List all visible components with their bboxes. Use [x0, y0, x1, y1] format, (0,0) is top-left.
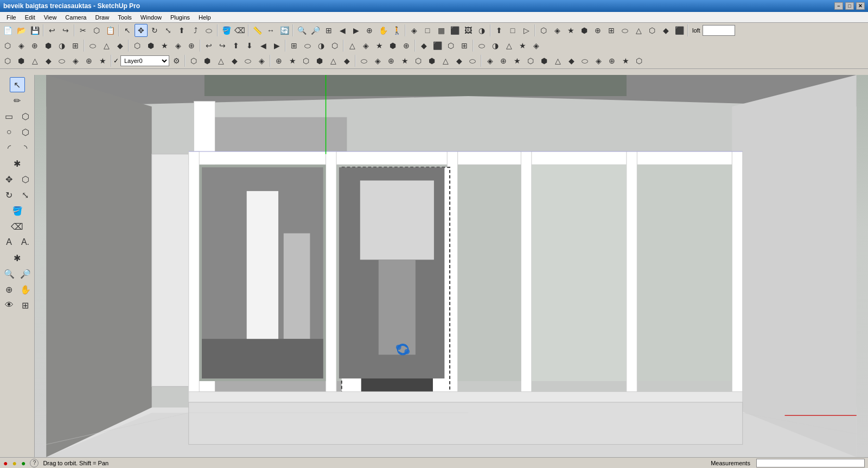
dimensions[interactable]: ↔	[264, 24, 277, 37]
new-button[interactable]: 📄	[1, 24, 14, 37]
loft-input[interactable]	[703, 25, 735, 36]
tool-h[interactable]: △	[632, 24, 645, 37]
tape-measure[interactable]: 📏	[251, 24, 264, 37]
extra2-a[interactable]: ◈	[483, 54, 496, 67]
menu-edit[interactable]: Edit	[21, 13, 40, 22]
menu-view[interactable]: View	[40, 13, 61, 22]
extra2-g[interactable]: ◆	[565, 54, 578, 67]
layer-tool-a[interactable]: ⬡	[1, 54, 14, 67]
select-sidebar-btn[interactable]: ↖	[10, 77, 25, 92]
extra-e[interactable]: ◀	[257, 39, 270, 52]
plugin-h[interactable]: ◆	[452, 54, 465, 67]
menu-window[interactable]: Window	[136, 13, 166, 22]
extra-g[interactable]: ⊞	[288, 39, 301, 52]
section-e[interactable]: △	[327, 54, 340, 67]
tool-c[interactable]: ★	[564, 24, 577, 37]
orbit[interactable]: ⊕	[363, 24, 376, 37]
rotate-tool[interactable]: ↻	[148, 24, 161, 37]
textured[interactable]: 🖼	[462, 24, 475, 37]
comp-a[interactable]: ⬡	[131, 39, 144, 52]
tool-d[interactable]: ⬢	[578, 24, 591, 37]
hidden-line[interactable]: ▦	[435, 24, 448, 37]
plugin-a[interactable]: ⬭	[358, 54, 371, 67]
tool-e[interactable]: ⊕	[591, 24, 604, 37]
extra-a[interactable]: ↩	[202, 39, 215, 52]
look-side[interactable]: ⊞	[18, 298, 33, 313]
menu-file[interactable]: File	[2, 13, 21, 22]
plugin-c[interactable]: ⊕	[385, 54, 398, 67]
xray-mode[interactable]: ◈	[407, 24, 420, 37]
tool-i[interactable]: ⬡	[646, 24, 659, 37]
extra2-h[interactable]: ⬭	[578, 54, 591, 67]
extra-p[interactable]: ◆	[417, 39, 430, 52]
select-tool[interactable]: ↖	[121, 24, 134, 37]
move-tool[interactable]: ✥	[135, 24, 148, 37]
move-side[interactable]: ✥	[2, 172, 17, 187]
extra2-d[interactable]: ⬡	[524, 54, 537, 67]
extra-r[interactable]: ⬡	[444, 39, 457, 52]
walk-side[interactable]: 👁	[2, 298, 17, 313]
section-f[interactable]: ◆	[340, 54, 353, 67]
zoom-side[interactable]: 🔍	[2, 266, 17, 281]
pan-side[interactable]: ✋	[18, 282, 33, 297]
arc2-btn[interactable]: ◝	[18, 140, 33, 155]
tool-a[interactable]: ⬡	[537, 24, 550, 37]
layer-tool-e[interactable]: ⬭	[55, 54, 68, 67]
help-button[interactable]: ?	[30, 459, 39, 467]
copy-side[interactable]: ⬡	[18, 172, 33, 187]
text-side[interactable]: A	[2, 235, 17, 250]
circle-btn[interactable]: ○	[2, 124, 17, 140]
extra-n[interactable]: ⬢	[386, 39, 399, 52]
rotate-side[interactable]: ↻	[2, 187, 17, 203]
extra-w[interactable]: ★	[516, 39, 529, 52]
follow-me-side[interactable]: ✱	[10, 156, 25, 171]
polygon-btn[interactable]: ⬡	[18, 124, 33, 140]
rect-btn[interactable]: ▭	[2, 109, 17, 124]
comp-c[interactable]: ★	[158, 39, 171, 52]
open-button[interactable]: 📂	[15, 24, 28, 37]
viewport[interactable]	[35, 75, 868, 457]
layer-dropdown[interactable]: Layer0	[120, 55, 169, 66]
extra-x[interactable]: ◈	[529, 39, 542, 52]
copy-button[interactable]: ⬡	[90, 24, 103, 37]
scale-side[interactable]: ⤡	[18, 187, 33, 203]
walk[interactable]: 🚶	[390, 24, 403, 37]
shape3d-btn[interactable]: ⬡	[18, 109, 33, 124]
comp-d[interactable]: ◈	[171, 39, 184, 52]
plugin-g[interactable]: △	[439, 54, 452, 67]
minimize-button[interactable]: −	[834, 2, 843, 10]
extra2-l[interactable]: ⬡	[633, 54, 646, 67]
tool-k[interactable]: ⬛	[673, 24, 686, 37]
tool-g[interactable]: ⬭	[618, 24, 631, 37]
extra-q[interactable]: ⬛	[431, 39, 444, 52]
close-button[interactable]: ✕	[856, 2, 865, 10]
extra-j[interactable]: ⬡	[328, 39, 341, 52]
pan[interactable]: ✋	[376, 24, 390, 37]
extra2-k[interactable]: ★	[619, 54, 632, 67]
view-back[interactable]: ⬭	[241, 54, 254, 67]
extra-t[interactable]: ⬭	[475, 39, 488, 52]
section-c[interactable]: ⬡	[299, 54, 312, 67]
view-left[interactable]: ◈	[255, 54, 268, 67]
extra-c[interactable]: ⬆	[229, 39, 242, 52]
style-a[interactable]: ⬡	[1, 39, 14, 52]
style-d[interactable]: ⬢	[42, 39, 55, 52]
extra-d[interactable]: ⬇	[243, 39, 256, 52]
plugin-b[interactable]: ◈	[371, 54, 384, 67]
plugin-i[interactable]: ⬭	[466, 54, 479, 67]
section-b[interactable]: ★	[286, 54, 299, 67]
menu-help[interactable]: Help	[194, 13, 215, 22]
extra-i[interactable]: ◑	[315, 39, 328, 52]
orbit-side[interactable]: ⊕	[2, 282, 17, 297]
scale-tool[interactable]: ⤡	[162, 24, 175, 37]
save-button[interactable]: 💾	[28, 24, 41, 37]
extra-h[interactable]: ⬭	[301, 39, 314, 52]
wireframe[interactable]: □	[421, 24, 434, 37]
front-view[interactable]: □	[506, 24, 519, 37]
view-right2[interactable]: ◆	[228, 54, 241, 67]
render-a[interactable]: ⬭	[86, 39, 99, 52]
shaded[interactable]: ⬛	[448, 24, 461, 37]
extra-f[interactable]: ▶	[270, 39, 283, 52]
layer-tool-d[interactable]: ◆	[42, 54, 55, 67]
pencil-sidebar-btn[interactable]: ✏	[10, 93, 25, 108]
